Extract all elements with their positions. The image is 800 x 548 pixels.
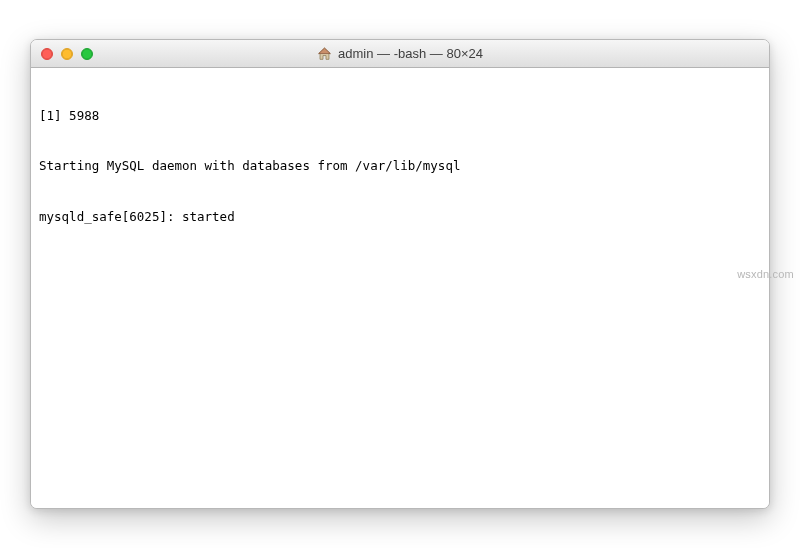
traffic-lights [41, 48, 93, 60]
terminal-line: mysqld_safe[6025]: started [39, 209, 761, 226]
terminal-line: Starting MySQL daemon with databases fro… [39, 158, 761, 175]
watermark-text: wsxdn.com [737, 268, 794, 280]
home-icon [317, 47, 332, 61]
maximize-button[interactable] [81, 48, 93, 60]
window-title-area: admin — -bash — 80×24 [31, 40, 769, 67]
terminal-line: [1] 5988 [39, 108, 761, 125]
minimize-button[interactable] [61, 48, 73, 60]
close-button[interactable] [41, 48, 53, 60]
terminal-body[interactable]: [1] 5988 Starting MySQL daemon with data… [31, 68, 769, 508]
titlebar[interactable]: admin — -bash — 80×24 [31, 40, 769, 68]
terminal-window: admin — -bash — 80×24 [1] 5988 Starting … [30, 39, 770, 509]
window-title: admin — -bash — 80×24 [338, 46, 483, 61]
